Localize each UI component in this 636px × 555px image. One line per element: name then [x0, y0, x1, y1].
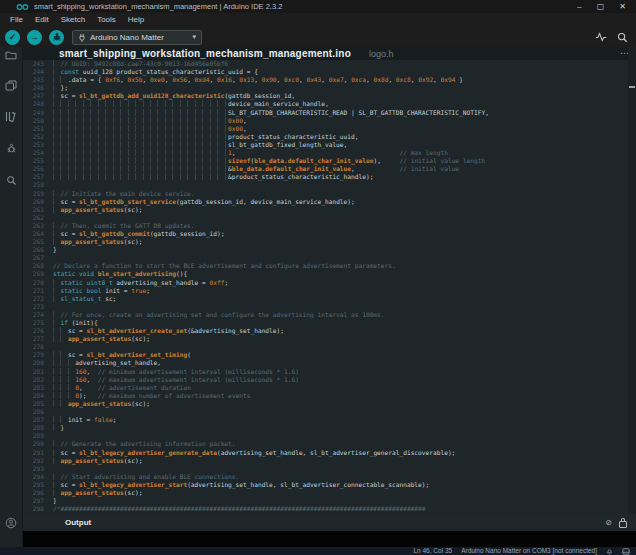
line-number: 274 [23, 311, 53, 319]
upload-icon: → [30, 32, 39, 42]
line-number: 293 [23, 465, 53, 473]
output-panel-header: Output ⊘ [23, 514, 636, 531]
line-number: 260 [23, 198, 53, 206]
indent-guides [53, 481, 60, 488]
menu-help[interactable]: Help [122, 13, 150, 27]
chevron-down-icon: ▾ [192, 33, 196, 41]
upload-button[interactable]: → [27, 30, 42, 45]
line-number: 276 [23, 327, 53, 335]
tab-sketch-ino[interactable]: smart_shipping_workstation_mechanism_man… [22, 48, 351, 59]
line-number: 280 [23, 359, 53, 367]
line-number: 273 [23, 303, 53, 311]
indent-guides [53, 416, 68, 423]
indent-guides [53, 359, 75, 366]
boards-manager-icon[interactable] [0, 78, 22, 92]
code-line: 295 sc = sl_bt_legacy_advertiser_start(a… [23, 481, 628, 489]
debug-button[interactable] [49, 30, 64, 45]
code-line: 275 if (init){ [23, 319, 628, 327]
line-number: 272 [23, 295, 53, 303]
code-line: 252 product_status_characteristic_uuid, [23, 133, 628, 141]
code-line: 278 [23, 343, 628, 351]
board-connection-status[interactable]: Arduino Nano Matter on COM3 [not connect… [461, 547, 597, 555]
code-line: 257 &product_status_characteristic_handl… [23, 173, 628, 181]
sketchbook-folder-icon[interactable] [0, 48, 22, 62]
indent-guides [53, 84, 60, 91]
line-number: 252 [23, 133, 53, 141]
line-number: 267 [23, 254, 53, 262]
debug-icon [52, 32, 62, 42]
indent-guides [53, 351, 68, 358]
indent-guides [53, 368, 75, 375]
indent-guides [53, 198, 60, 205]
cursor-overview-mark [629, 86, 635, 88]
line-number: 246 [23, 84, 53, 92]
editor-scrollbar[interactable] [628, 47, 636, 514]
arduino-ide-window: smart_shipping_workstation_mechanism_man… [0, 0, 636, 555]
line-number: 278 [23, 343, 53, 351]
minimize-button[interactable]: – [577, 0, 581, 13]
line-number: 297 [23, 497, 53, 505]
debug-sidebar-icon[interactable] [0, 141, 22, 155]
code-line: 243 // UUID: 9492c88d-cae7-43c0-9013-16d… [23, 60, 628, 68]
code-line: 249 SL_BT_GATTDB_CHARACTERISTIC_READ | S… [23, 109, 628, 117]
menu-file[interactable]: File [4, 13, 29, 27]
lock-scroll-icon[interactable] [619, 521, 627, 528]
code-line: 291 sc = sl_bt_legacy_advertiser_generat… [23, 449, 628, 457]
indent-guides [53, 125, 228, 132]
line-number: 288 [23, 424, 53, 432]
output-console[interactable] [23, 531, 636, 547]
indent-guides [53, 384, 75, 391]
line-number: 277 [23, 335, 53, 343]
code-line: 271 static bool init = true; [23, 287, 628, 295]
account-icon[interactable] [0, 515, 22, 531]
notifications-bell-icon[interactable] [606, 547, 613, 555]
line-number: 253 [23, 141, 53, 149]
serial-monitor-icon[interactable] [617, 32, 628, 43]
cursor-position[interactable]: Ln 46, Col 35 [413, 547, 452, 555]
line-number: 259 [23, 190, 53, 198]
code-line: 253 sl_bt_gattdb_fixed_length_value, [23, 141, 628, 149]
line-number: 296 [23, 489, 53, 497]
indent-guides [53, 327, 68, 334]
line-number: 287 [23, 416, 53, 424]
line-number: 281 [23, 368, 53, 376]
code-line: 281 160, // minimum advertisement interv… [23, 368, 628, 376]
code-line: 296 app_assert_status(sc); [23, 489, 628, 497]
menu-tools[interactable]: Tools [91, 13, 122, 27]
board-selector[interactable]: Arduino Nano Matter ▾ [72, 30, 202, 45]
code-line: 248 device_main_service_handle, [23, 100, 628, 108]
board-selector-label: Arduino Nano Matter [90, 33, 164, 42]
code-line: 266} [23, 246, 628, 254]
maximize-button[interactable]: ▢ [597, 0, 605, 13]
line-number: 250 [23, 117, 53, 125]
panel-layout-icon[interactable] [622, 548, 630, 555]
code-line: 245 .data = { 0xf6, 0x5b, 0xe0, 0x56, 0x… [23, 76, 628, 84]
line-number: 256 [23, 165, 53, 173]
code-line: 287 init = false; [23, 416, 628, 424]
code-line: 274 // For once, create an advertising s… [23, 311, 628, 319]
code-editor[interactable]: 243 // UUID: 9492c88d-cae7-43c0-9013-16d… [23, 60, 628, 514]
line-number: 279 [23, 351, 53, 359]
serial-plotter-icon[interactable] [595, 32, 607, 42]
title-bar: smart_shipping_workstation_mechanism_man… [0, 0, 636, 13]
line-number: 249 [23, 109, 53, 117]
code-line: 277 app_assert_status(sc); [23, 335, 628, 343]
menu-edit[interactable]: Edit [29, 13, 55, 27]
code-line: 246 }; [23, 84, 628, 92]
close-button[interactable]: ✕ [619, 0, 626, 13]
library-manager-icon[interactable] [0, 109, 22, 123]
menu-sketch[interactable]: Sketch [55, 13, 91, 27]
indent-guides [53, 100, 228, 107]
clear-output-icon[interactable]: ⊘ [605, 519, 612, 527]
activity-sidebar [0, 47, 23, 547]
verify-button[interactable]: ✓ [5, 30, 20, 45]
indent-guides [53, 173, 228, 180]
code-line: 297} [23, 497, 628, 505]
search-icon[interactable] [0, 173, 22, 187]
arduino-logo-icon [16, 3, 29, 11]
code-line: 280 advertising_set_handle, [23, 359, 628, 367]
code-line: 273 [23, 303, 628, 311]
code-line: 258 [23, 181, 628, 189]
tab-logo-h[interactable]: logo.h [351, 49, 394, 59]
line-number: 291 [23, 449, 53, 457]
